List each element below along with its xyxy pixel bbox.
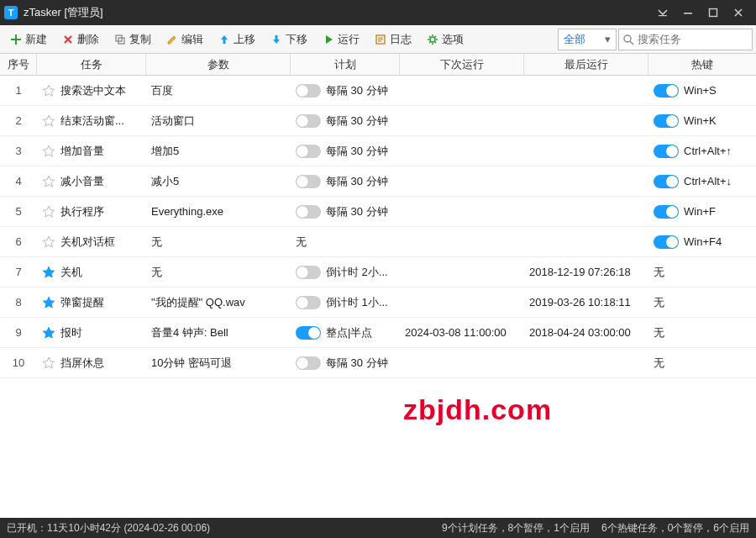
col-header-hotkey[interactable]: 热键 [648,54,756,75]
table-row[interactable]: 8弹窗提醒"我的提醒" QQ.wav倒计时 1小...2019-03-26 10… [0,287,756,318]
plan-text: 整点|半点 [326,325,372,340]
arrow-up-icon [218,34,230,45]
task-name: 减小音量 [60,174,104,189]
hotkey-toggle[interactable] [654,145,679,158]
hotkey-toggle[interactable] [654,84,679,98]
plus-icon [10,34,22,45]
svg-point-9 [624,35,631,42]
star-icon[interactable] [42,205,55,219]
task-name: 结束活动窗... [60,113,124,129]
search-input[interactable] [638,33,756,45]
table-row[interactable]: 5执行程序Everything.exe每隔 30 分钟Win+F [0,197,756,227]
maximize-button[interactable] [701,0,726,25]
table-row[interactable]: 2结束活动窗...活动窗口每隔 30 分钟Win+K [0,106,756,136]
options-button[interactable]: 选项 [420,29,470,50]
plan-text: 每隔 30 分钟 [326,356,388,371]
star-icon[interactable] [42,84,55,98]
star-icon[interactable] [42,145,55,158]
table-row[interactable]: 10挡屏休息10分钟 密码可退每隔 30 分钟无 [0,348,756,378]
edit-button[interactable]: 编辑 [160,29,210,50]
cell-idx: 4 [0,175,37,187]
cell-hotkey: 无 [648,265,756,280]
minimize-button[interactable] [675,0,701,25]
task-name: 增加音量 [60,144,104,159]
cell-task: 报时 [37,325,146,340]
svg-rect-3 [684,13,692,14]
plan-toggle[interactable] [296,84,321,98]
plan-text: 每隔 30 分钟 [326,204,388,219]
col-header-task[interactable]: 任务 [37,54,146,75]
table-row[interactable]: 3增加音量增加5每隔 30 分钟Ctrl+Alt+↑ [0,136,756,166]
moveup-button[interactable]: 上移 [212,29,262,50]
menu-dropdown-button[interactable] [650,0,675,25]
plan-text: 无 [296,235,307,250]
hotkey-toggle[interactable] [654,175,679,188]
hotkey-text: 无 [654,356,664,371]
cell-param: 百度 [146,83,291,98]
close-button[interactable] [726,0,751,25]
run-button[interactable]: 运行 [316,29,366,50]
table-row[interactable]: 1搜索选中文本百度每隔 30 分钟Win+S [0,76,756,106]
cell-task: 弹窗提醒 [37,295,146,310]
log-icon [375,34,386,45]
hotkey-text: Ctrl+Alt+↓ [684,175,732,187]
cell-hotkey: Win+K [648,114,756,128]
star-icon[interactable] [42,175,55,188]
plan-text: 每隔 30 分钟 [326,83,388,98]
task-grid[interactable]: 1搜索选中文本百度每隔 30 分钟Win+S2结束活动窗...活动窗口每隔 30… [0,76,756,518]
plan-toggle[interactable] [296,175,321,188]
star-icon[interactable] [42,356,55,370]
cell-hotkey: Win+F [648,205,756,219]
cell-hotkey: Ctrl+Alt+↓ [648,175,756,188]
plan-text: 每隔 30 分钟 [326,144,388,159]
table-row[interactable]: 7关机无倒计时 2小...2018-12-19 07:26:18无 [0,257,756,287]
col-header-next[interactable]: 下次运行 [400,54,524,75]
col-header-last[interactable]: 最后运行 [524,54,648,75]
delete-icon [62,34,74,45]
copy-button[interactable]: 复制 [108,29,158,50]
plan-toggle[interactable] [296,205,321,219]
delete-button[interactable]: 删除 [55,29,106,50]
table-row[interactable]: 9报时音量4 钟声: Bell整点|半点2024-03-08 11:00:002… [0,318,756,348]
star-icon[interactable] [42,266,55,279]
plan-text: 每隔 30 分钟 [326,174,388,189]
plan-toggle[interactable] [296,266,321,279]
statusbar: 已开机： 11天10小时42分 (2024-02-26 00:06) 9个计划任… [0,518,756,538]
hotkey-toggle[interactable] [654,114,679,128]
plan-toggle[interactable] [296,114,321,128]
filter-select[interactable]: 全部 ▾ [558,29,617,50]
cell-param: 无 [146,235,291,250]
hotkey-toggle[interactable] [654,205,679,219]
new-button[interactable]: 新建 [3,29,54,50]
plan-toggle[interactable] [296,145,321,158]
star-icon[interactable] [42,326,55,340]
star-icon[interactable] [42,114,55,128]
star-icon[interactable] [42,235,55,249]
log-button[interactable]: 日志 [368,29,418,50]
movedown-button[interactable]: 下移 [264,29,314,50]
hotkey-toggle[interactable] [654,235,679,249]
cell-param: 增加5 [146,144,291,159]
cell-param: Everything.exe [146,205,291,218]
cell-plan: 整点|半点 [291,325,400,340]
search-box[interactable] [618,29,753,50]
cell-hotkey: 无 [648,356,756,371]
cell-hotkey: Win+S [648,84,756,98]
plan-text: 倒计时 2小... [326,265,388,280]
table-row[interactable]: 4减小音量减小5每隔 30 分钟Ctrl+Alt+↓ [0,166,756,197]
titlebar: T zTasker [管理员] [0,0,756,25]
plan-toggle[interactable] [296,356,321,370]
plan-toggle[interactable] [296,296,321,309]
options-label: 选项 [442,32,464,47]
col-header-param[interactable]: 参数 [146,54,291,75]
star-icon[interactable] [42,296,55,309]
plan-toggle[interactable] [296,326,321,340]
cell-task: 增加音量 [37,144,146,159]
plan-text: 每隔 30 分钟 [326,113,388,129]
col-header-idx[interactable]: 序号 [0,54,37,75]
col-header-plan[interactable]: 计划 [291,54,400,75]
column-headers: 序号 任务 参数 计划 下次运行 最后运行 热键 [0,54,756,76]
table-row[interactable]: 6关机对话框无无Win+F4 [0,227,756,257]
cell-hotkey: 无 [648,295,756,310]
task-name: 关机 [60,265,82,280]
